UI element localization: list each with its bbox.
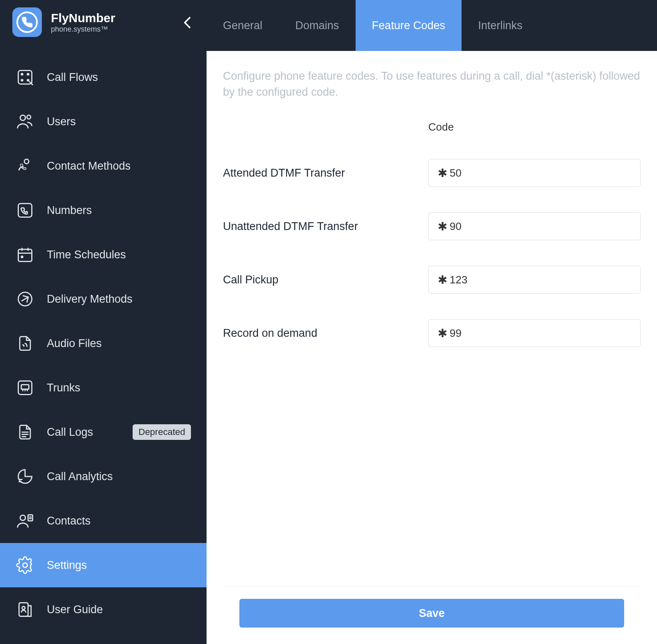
svg-point-7	[24, 159, 29, 164]
sidebar-item-numbers[interactable]: Numbers	[0, 188, 207, 232]
sidebar-item-label: Trunks	[47, 382, 80, 394]
app-logo	[12, 7, 42, 37]
sidebar-item-label: Call Analytics	[47, 470, 113, 483]
svg-point-3	[21, 80, 23, 81]
svg-point-18	[22, 607, 25, 610]
sidebar-item-users[interactable]: Users	[0, 99, 207, 144]
contacts-icon	[16, 511, 34, 530]
svg-point-4	[28, 80, 29, 81]
sidebar-item-label: Contacts	[47, 515, 91, 527]
code-field-call-pickup[interactable]	[450, 274, 631, 286]
delivery-icon	[16, 290, 34, 308]
svg-rect-13	[21, 385, 29, 389]
sidebar-item-user-guide[interactable]: User Guide	[0, 587, 207, 632]
tab-interlinks[interactable]: Interlinks	[462, 0, 539, 51]
tab-label: Feature Codes	[372, 19, 446, 32]
svg-point-14	[20, 515, 25, 520]
svg-point-5	[20, 115, 25, 120]
sidebar-item-label: Call Logs	[47, 426, 93, 439]
sidebar-item-label: Numbers	[47, 204, 92, 217]
app-title: FlyNumber	[51, 11, 115, 25]
row-label-attended-transfer: Attended DTMF Transfer	[223, 167, 428, 179]
calendar-icon	[16, 245, 34, 264]
sidebar-item-delivery-methods[interactable]: Delivery Methods	[0, 277, 207, 321]
main-content: General Domains Feature Codes Interlinks…	[207, 0, 657, 644]
users-icon	[16, 112, 34, 131]
code-input-unattended-transfer[interactable]: ✱	[428, 212, 641, 240]
sidebar-item-contact-methods[interactable]: Contact Methods	[0, 144, 207, 188]
sidebar-item-label: Delivery Methods	[47, 293, 133, 306]
contact-methods-icon	[16, 156, 34, 175]
call-flows-icon	[16, 68, 34, 87]
svg-rect-9	[18, 249, 32, 261]
svg-point-6	[27, 115, 31, 119]
code-input-attended-transfer[interactable]: ✱	[428, 159, 641, 187]
feature-codes-form: Configure phone feature codes. To use fe…	[207, 51, 657, 644]
phone-icon	[21, 16, 33, 28]
sidebar-item-settings[interactable]: Settings	[0, 543, 207, 587]
svg-point-1	[21, 74, 23, 75]
chevron-left-icon	[184, 16, 191, 29]
sidebar-item-trunks[interactable]: Trunks	[0, 366, 207, 410]
sidebar-item-label: Contact Methods	[47, 160, 131, 172]
trunks-icon	[16, 378, 34, 397]
tab-domains[interactable]: Domains	[279, 0, 356, 51]
sidebar-item-contacts[interactable]: Contacts	[0, 499, 207, 543]
sidebar-item-label: Call Flows	[47, 71, 98, 84]
sidebar-nav: Call Flows Users Contact Methods Numbers	[0, 45, 207, 632]
code-column-header: Code	[428, 121, 641, 133]
sidebar-item-label: Audio Files	[47, 337, 102, 350]
code-input-record-on-demand[interactable]: ✱	[428, 319, 641, 347]
sidebar-item-call-analytics[interactable]: Call Analytics	[0, 454, 207, 499]
row-label-record-on-demand: Record on demand	[223, 327, 428, 340]
tab-label: Interlinks	[478, 19, 522, 32]
tab-feature-codes[interactable]: Feature Codes	[356, 0, 462, 51]
tab-label: General	[223, 19, 262, 32]
numbers-icon	[16, 201, 34, 220]
asterisk-icon: ✱	[438, 166, 447, 180]
sidebar-item-call-logs[interactable]: Call Logs Deprecated	[0, 410, 207, 454]
call-logs-icon	[16, 423, 34, 442]
user-guide-icon	[16, 600, 34, 619]
svg-rect-15	[28, 515, 32, 521]
audio-file-icon	[16, 334, 34, 353]
code-input-call-pickup[interactable]: ✱	[428, 266, 641, 294]
settings-tabs: General Domains Feature Codes Interlinks	[207, 0, 657, 51]
sidebar-item-audio-files[interactable]: Audio Files	[0, 321, 207, 366]
svg-point-16	[23, 563, 28, 568]
svg-rect-8	[18, 204, 32, 217]
asterisk-icon: ✱	[438, 327, 447, 340]
svg-point-10	[21, 256, 23, 258]
sidebar-item-time-schedules[interactable]: Time Schedules	[0, 232, 207, 277]
code-field-unattended-transfer[interactable]	[450, 220, 631, 233]
svg-rect-12	[18, 381, 32, 395]
sidebar-item-label: Users	[47, 115, 76, 128]
form-footer: Save	[223, 586, 641, 644]
asterisk-icon: ✱	[438, 273, 447, 287]
row-label-unattended-transfer: Unattended DTMF Transfer	[223, 220, 428, 233]
sidebar-item-label: User Guide	[47, 603, 103, 616]
sidebar-item-label: Settings	[47, 559, 87, 572]
analytics-icon	[16, 467, 34, 486]
sidebar-item-call-flows[interactable]: Call Flows	[0, 55, 207, 99]
form-description: Configure phone feature codes. To use fe…	[223, 68, 641, 100]
code-field-record-on-demand[interactable]	[450, 327, 631, 340]
sidebar: FlyNumber phone.systems™ Call Flows User…	[0, 0, 207, 644]
svg-point-2	[28, 74, 29, 75]
tab-label: Domains	[295, 19, 339, 32]
save-button[interactable]: Save	[239, 599, 624, 628]
deprecated-badge: Deprecated	[133, 424, 191, 440]
sidebar-item-label: Time Schedules	[47, 248, 126, 261]
sidebar-header: FlyNumber phone.systems™	[0, 0, 207, 45]
app-subtitle: phone.systems™	[51, 25, 115, 34]
code-field-attended-transfer[interactable]	[450, 167, 631, 179]
gear-icon	[16, 556, 34, 575]
asterisk-icon: ✱	[438, 220, 447, 233]
tab-general[interactable]: General	[207, 0, 279, 51]
collapse-sidebar-button[interactable]	[184, 16, 191, 29]
row-label-call-pickup: Call Pickup	[223, 274, 428, 286]
